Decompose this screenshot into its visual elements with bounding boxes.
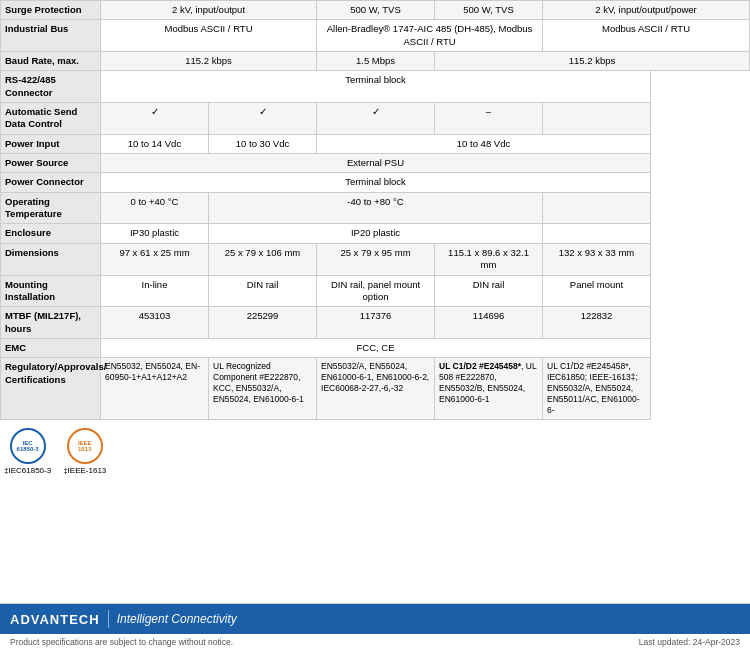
footer-disclaimer: Product specifications are subject to ch… — [10, 637, 233, 647]
footer: ADVANTECH Intelligent Connectivity Produ… — [0, 603, 750, 650]
table-row: Power Input10 to 14 Vdc10 to 30 Vdc10 to… — [1, 134, 750, 153]
cell: External PSU — [101, 154, 651, 173]
row-label: Dimensions — [1, 243, 101, 275]
table-row: EMCFCC, CE — [1, 338, 750, 357]
cell: 10 to 48 Vdc — [317, 134, 651, 153]
row-label: Baud Rate, max. — [1, 52, 101, 71]
cell: 500 W, TVS — [435, 1, 543, 20]
cell: 10 to 30 Vdc — [209, 134, 317, 153]
row-label: Surge Protection — [1, 1, 101, 20]
footer-divider — [108, 610, 109, 628]
cell: UL C1/D2 #E245458*, IEC61850; IEEE-1613‡… — [543, 358, 651, 420]
main-table-container: Surge Protection2 kV, input/output500 W,… — [0, 0, 750, 420]
cell: EN55032, EN55024, EN-60950-1+A1+A12+A2 — [101, 358, 209, 420]
table-row: EnclosureIP30 plasticIP20 plastic — [1, 224, 750, 243]
cell: Modbus ASCII / RTU — [101, 20, 317, 52]
row-label: Enclosure — [1, 224, 101, 243]
cell: Modbus ASCII / RTU — [543, 20, 750, 52]
cell: 500 W, TVS — [317, 1, 435, 20]
row-label: Power Source — [1, 154, 101, 173]
cell: IP30 plastic — [101, 224, 209, 243]
cell: 115.2 kbps — [101, 52, 317, 71]
table-row: Surge Protection2 kV, input/output500 W,… — [1, 1, 750, 20]
cell: UL C1/D2 #E245458*, UL 508 #E222870, EN5… — [435, 358, 543, 420]
cell: ✓ — [209, 103, 317, 135]
badge-iec61850: IEC61850-3 ‡IEC61850-3 — [4, 428, 51, 475]
cell: 25 x 79 x 106 mm — [209, 243, 317, 275]
table-row: Mounting InstallationIn-lineDIN railDIN … — [1, 275, 750, 307]
cell: Allen-Bradley® 1747-AIC 485 (DH-485), Mo… — [317, 20, 543, 52]
cell: ✓ — [317, 103, 435, 135]
row-label: Mounting Installation — [1, 275, 101, 307]
cell: Terminal block — [101, 173, 651, 192]
table-row: Automatic Send Data Control✓✓✓– — [1, 103, 750, 135]
cell: ✓ — [101, 103, 209, 135]
footer-tagline: Intelligent Connectivity — [117, 612, 237, 626]
badge-label-ieee1613: ‡IEEE-1613 — [63, 466, 106, 475]
badges-section: IEC61850-3 ‡IEC61850-3 IEEE1613 ‡IEEE-16… — [0, 420, 750, 483]
cell: 0 to +40 °C — [101, 192, 209, 224]
cell: 2 kV, input/output/power — [543, 1, 750, 20]
table-row: Industrial BusModbus ASCII / RTUAllen-Br… — [1, 20, 750, 52]
badge-ieee1613: IEEE1613 ‡IEEE-1613 — [63, 428, 106, 475]
cell: FCC, CE — [101, 338, 651, 357]
cell: 453103 — [101, 307, 209, 339]
row-label: Power Input — [1, 134, 101, 153]
cell: 1.5 Mbps — [317, 52, 435, 71]
cell: IP20 plastic — [209, 224, 543, 243]
cell: Terminal block — [101, 71, 651, 103]
row-label: RS-422/485 Connector — [1, 71, 101, 103]
specs-table: Surge Protection2 kV, input/output500 W,… — [0, 0, 750, 420]
footer-updated: Last updated: 24-Apr-2023 — [639, 637, 740, 647]
cell: 114696 — [435, 307, 543, 339]
table-row: Regulatory/Approvals/ CertificationsEN55… — [1, 358, 750, 420]
cell: – — [435, 103, 543, 135]
row-label: Regulatory/Approvals/ Certifications — [1, 358, 101, 420]
cell: -40 to +80 °C — [209, 192, 543, 224]
table-row: Operating Temperature0 to +40 °C-40 to +… — [1, 192, 750, 224]
cell: 115.1 x 89.6 x 32.1 mm — [435, 243, 543, 275]
badge-circle-ieee1613: IEEE1613 — [67, 428, 103, 464]
cell: 10 to 14 Vdc — [101, 134, 209, 153]
table-row: MTBF (MIL217F), hours4531032252991173761… — [1, 307, 750, 339]
cell — [543, 192, 651, 224]
cell: DIN rail — [435, 275, 543, 307]
cell — [543, 103, 651, 135]
badge-label-iec61850: ‡IEC61850-3 — [4, 466, 51, 475]
row-label: MTBF (MIL217F), hours — [1, 307, 101, 339]
cell: 97 x 61 x 25 mm — [101, 243, 209, 275]
table-row: Baud Rate, max.115.2 kbps1.5 Mbps115.2 k… — [1, 52, 750, 71]
row-label: Operating Temperature — [1, 192, 101, 224]
table-row: Power SourceExternal PSU — [1, 154, 750, 173]
cell: 115.2 kbps — [435, 52, 750, 71]
cell: DIN rail — [209, 275, 317, 307]
cell: In-line — [101, 275, 209, 307]
cell: 122832 — [543, 307, 651, 339]
footer-note: Product specifications are subject to ch… — [0, 634, 750, 650]
cell: EN55032/A, EN55024, EN61000-6-1, EN61000… — [317, 358, 435, 420]
cell: 117376 — [317, 307, 435, 339]
cell: Panel mount — [543, 275, 651, 307]
table-row: RS-422/485 ConnectorTerminal block — [1, 71, 750, 103]
table-row: Power ConnectorTerminal block — [1, 173, 750, 192]
cell: 2 kV, input/output — [101, 1, 317, 20]
row-label: Automatic Send Data Control — [1, 103, 101, 135]
row-label: Industrial Bus — [1, 20, 101, 52]
cell: UL Recognized Component #E222870, KCC, E… — [209, 358, 317, 420]
cell: 132 x 93 x 33 mm — [543, 243, 651, 275]
cell: DIN rail, panel mount option — [317, 275, 435, 307]
brand-name: ADVANTECH — [10, 612, 100, 627]
badge-circle-iec61850: IEC61850-3 — [10, 428, 46, 464]
row-label: Power Connector — [1, 173, 101, 192]
table-row: Dimensions97 x 61 x 25 mm25 x 79 x 106 m… — [1, 243, 750, 275]
cell — [543, 224, 651, 243]
cell: 225299 — [209, 307, 317, 339]
row-label: EMC — [1, 338, 101, 357]
cell: 25 x 79 x 95 mm — [317, 243, 435, 275]
footer-main: ADVANTECH Intelligent Connectivity — [0, 604, 750, 634]
